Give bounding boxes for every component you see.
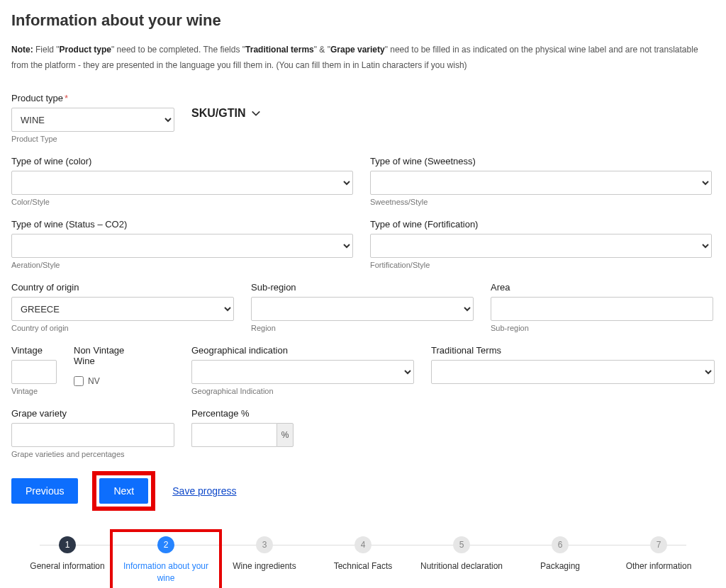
nv-checkbox[interactable] [74,376,84,386]
previous-button[interactable]: Previous [11,478,78,504]
fortification-help: Fortification/Style [370,261,712,269]
vintage-label: Vintage [11,345,57,356]
subregion-help: Region [251,324,474,332]
trad-select[interactable] [431,360,715,384]
step-5[interactable]: 5 Nutritional declaration [413,536,510,584]
pct-label: Percentage % [191,408,294,419]
grape-help: Grape varieties and percentages [11,450,174,458]
grape-label: Grape variety [11,408,174,419]
color-select[interactable] [11,171,353,195]
nv-label: Non Vintage Wine [74,345,147,366]
trad-label: Traditional Terms [431,345,715,356]
status-help: Aeration/Style [11,261,353,269]
grape-input[interactable] [11,423,174,447]
form-note: Note: Field "Product type" need to be co… [11,43,715,73]
gi-help: Geographical Indication [191,387,414,395]
fortification-select[interactable] [370,234,712,258]
save-progress-link[interactable]: Save progress [172,485,236,497]
vintage-input[interactable] [11,360,57,384]
product-type-select[interactable]: WINE [11,108,174,132]
gi-select[interactable] [191,360,414,384]
sku-toggle[interactable]: SKU/GTIN [191,93,261,120]
chevron-down-icon [251,108,261,118]
status-label: Type of wine (Status – CO2) [11,219,353,230]
step-2[interactable]: 2 Information about your wine [117,536,215,584]
step-6[interactable]: 6 Packaging [511,536,609,584]
sweetness-label: Type of wine (Sweetness) [370,156,712,166]
product-type-help: Product Type [11,135,174,143]
pct-addon: % [277,423,294,447]
country-select[interactable]: GREECE [11,297,234,321]
sweetness-help: Sweetness/Style [370,198,712,206]
step-4[interactable]: 4 Technical Facts [314,536,412,584]
area-help: Sub-region [491,324,713,332]
vintage-help: Vintage [11,387,57,395]
next-highlight: Next [92,471,155,511]
color-help: Color/Style [11,198,353,206]
fortification-label: Type of wine (Fortification) [370,219,712,230]
country-help: Country of origin [11,324,234,332]
pct-input[interactable] [191,423,277,447]
step-1[interactable]: 1 General information [18,536,116,584]
color-label: Type of wine (color) [11,156,353,166]
sweetness-select[interactable] [370,171,712,195]
step-3[interactable]: 3 Wine ingredients [216,536,313,584]
area-label: Area [491,282,713,293]
country-label: Country of origin [11,282,234,293]
subregion-label: Sub-region [251,282,474,293]
gi-label: Geographical indication [191,345,414,356]
step-2-highlight: 2 Information about your wine [110,529,222,588]
nv-checkbox-wrap[interactable]: NV [74,376,147,386]
subregion-select[interactable] [251,297,474,321]
status-select[interactable] [11,234,353,258]
product-type-label: Product type* [11,93,174,103]
next-button[interactable]: Next [99,478,148,504]
step-7[interactable]: 7 Other information [610,536,708,584]
page-title: Information about your wine [11,11,715,30]
area-input[interactable] [491,297,713,321]
stepper: 1 General information 2 Information abou… [11,536,715,584]
